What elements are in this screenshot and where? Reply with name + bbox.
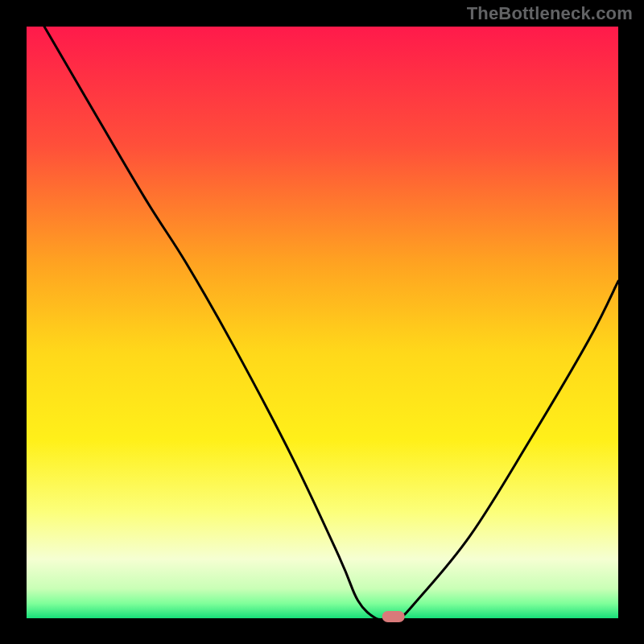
chart-canvas xyxy=(0,0,644,644)
watermark-label: TheBottleneck.com xyxy=(467,3,633,24)
optimal-marker xyxy=(382,611,405,622)
chart-background xyxy=(27,27,618,618)
bottleneck-chart: TheBottleneck.com xyxy=(0,0,644,644)
